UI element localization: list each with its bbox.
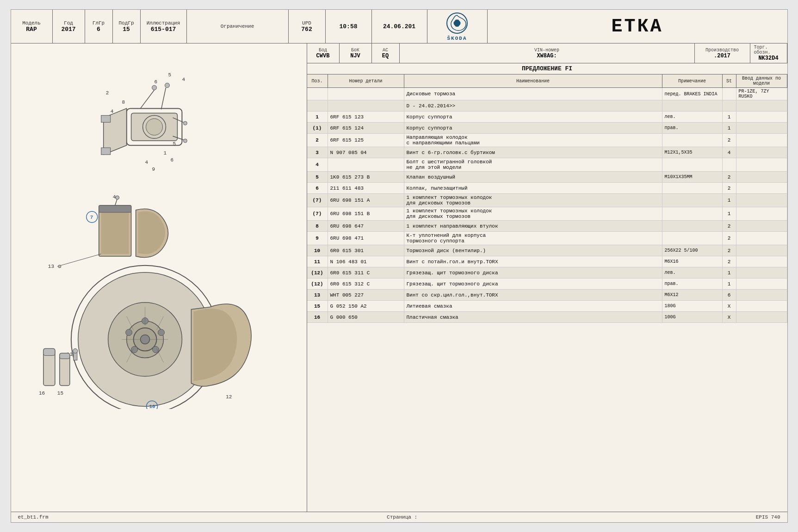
td-name: Литиевая смазка: [404, 301, 662, 311]
td-vvod: [736, 290, 787, 300]
svg-text:13: 13: [48, 264, 54, 269]
td-vvod: [736, 183, 787, 193]
td-vvod: [736, 301, 787, 311]
td-prim: прав.: [662, 278, 723, 289]
td-st: 2: [723, 172, 736, 182]
svg-text:1: 1: [163, 150, 167, 156]
table-row[interactable]: 15G 052 150 A2Литиевая смазка180GX: [307, 301, 787, 312]
torg-cell: Торг. обозн. NK32D4: [750, 43, 787, 63]
svg-rect-18: [101, 148, 110, 155]
svg-line-19: [140, 90, 154, 108]
svg-point-43: [140, 335, 149, 344]
td-pos: 3: [307, 147, 328, 158]
td-num: 211 611 483: [328, 183, 404, 193]
illustration-panel: 6 5 4 2 8 4 3 5 1 6 4 9: [11, 43, 307, 512]
table-row[interactable]: 86RU 698 6471 комплект направляющих втул…: [307, 221, 787, 232]
footer-right: EPIS 740: [756, 514, 780, 520]
th-prim-label: Примечание: [678, 79, 706, 84]
td-pos: 8: [307, 221, 328, 231]
svg-line-36: [57, 254, 101, 266]
table-row[interactable]: 96RU 698 471К-т уплотнений для корпусато…: [307, 232, 787, 245]
td-vvod: [736, 278, 787, 289]
table-row[interactable]: 16G 000 650Пластичная смазка100GX: [307, 312, 787, 323]
bod-cell: Бод CWVB: [307, 43, 340, 63]
bok-label: БоК: [351, 48, 359, 53]
table-row[interactable]: (7)6RU 698 151 A1 комплект тормозных кол…: [307, 194, 787, 207]
footer-left: et_bt1.frm: [18, 514, 49, 520]
year-cell: Год 2017: [53, 10, 85, 43]
th-st-label: St: [726, 79, 732, 84]
th-vvod-label: Ввод данных по модели: [739, 76, 785, 86]
table-row[interactable]: 4Болт с шестигранной головкойне для этой…: [307, 158, 787, 172]
svg-text:2: 2: [105, 90, 109, 96]
skoda-text: ŠKODA: [447, 36, 467, 41]
td-name: Винт с 6-гр.головк.с буртиком: [404, 147, 662, 158]
td-num: 6RU 698 471: [328, 232, 404, 245]
td-prim: M12X1,5X35: [662, 147, 723, 158]
bok-value: NJV: [350, 53, 360, 59]
td-st: X: [723, 301, 736, 311]
table-row[interactable]: 13WHT 005 227Винт со скр.цил.гол.,внут.T…: [307, 290, 787, 301]
td-name: Болт с шестигранной головкойне для этой …: [404, 158, 662, 171]
svg-text:4: 4: [182, 77, 185, 82]
table-row[interactable]: (12)6R0 615 311 CГрязезащ. щит тормозног…: [307, 267, 787, 278]
time-cell: 10:58: [326, 10, 372, 43]
table-row[interactable]: 3N 907 085 04Винт с 6-гр.головк.с буртик…: [307, 147, 787, 158]
td-name: Дисковые тормоза: [404, 88, 662, 100]
td-st: 1: [723, 111, 736, 122]
td-num: N 907 085 04: [328, 147, 404, 158]
td-pos: [307, 100, 328, 111]
table-row[interactable]: 6211 611 483Колпак, пылезащитный2: [307, 183, 787, 194]
etka-title-cell: ЕТКА: [488, 10, 787, 43]
table-row[interactable]: (12)6R0 615 312 CГрязезащ. щит тормозног…: [307, 278, 787, 290]
td-prim: лев.: [662, 267, 723, 278]
td-st: 2: [723, 183, 736, 193]
td-vvod: [736, 123, 787, 133]
svg-point-45: [158, 329, 164, 336]
illus-value: 615-017: [151, 26, 176, 33]
td-num: [328, 88, 404, 100]
td-pos: (7): [307, 207, 328, 220]
proposal-text: ПРЕДЛОЖЕНИЕ FI: [522, 65, 572, 72]
table-row[interactable]: 11N 106 483 01Винт с потайн.гол.и внутр.…: [307, 256, 787, 267]
svg-rect-31: [101, 208, 129, 254]
main-content: 6 5 4 2 8 4 3 5 1 6 4 9: [11, 43, 787, 512]
ogr-cell: Ограничение: [187, 10, 289, 43]
etka-title: ЕТКА: [611, 16, 663, 37]
footer: et_bt1.frm Страница : EPIS 740: [11, 512, 787, 522]
table-row[interactable]: Дисковые тормозаперед. BRAKES INDIAPR-1Z…: [307, 88, 787, 100]
table-row[interactable]: 16RF 615 123Корпус суппорталев.1: [307, 111, 787, 123]
table-row[interactable]: D - 24.02.2014>>: [307, 100, 787, 111]
td-st: 1: [723, 207, 736, 220]
table-row[interactable]: 51K0 615 273 BКлапан воздушныйM10X1X35MM…: [307, 172, 787, 183]
td-st: 2: [723, 232, 736, 245]
table-row[interactable]: (7)6RU 698 151 B1 комплект тормозных кол…: [307, 207, 787, 221]
prod-value: .2017: [714, 53, 730, 59]
td-name: Корпус суппорта: [404, 111, 662, 122]
illus-cell: Иллюстрация 615-017: [141, 10, 187, 43]
th-vvod: Ввод данных по модели: [736, 74, 787, 87]
logo-cell: ŠKODA: [427, 10, 488, 43]
table-row[interactable]: 106R0 615 301Тормозной диск (вентилир.)2…: [307, 245, 787, 256]
td-st: 1: [723, 278, 736, 289]
td-vvod: [736, 100, 787, 111]
year-value: 2017: [61, 26, 75, 33]
vin-row: Бод CWVB БоК NJV АС EQ VIN-номер XW8AG: …: [307, 43, 787, 63]
skoda-logo: ŠKODA: [445, 12, 469, 41]
upd-cell: UPD 762: [289, 10, 326, 43]
ac-value: EQ: [382, 53, 389, 59]
td-num: WHT 005 227: [328, 290, 404, 300]
td-pos: 10: [307, 245, 328, 256]
table-row[interactable]: (1)6RF 615 124Корпус суппортаправ.1: [307, 123, 787, 134]
td-name: Клапан воздушный: [404, 172, 662, 182]
th-num: Номер детали: [328, 74, 404, 87]
date-value: 24.06.201: [383, 23, 415, 30]
td-name: К-т уплотнений для корпусатормозного суп…: [404, 232, 662, 245]
td-pos: [307, 88, 328, 100]
svg-point-34: [115, 196, 119, 199]
td-vvod: [736, 221, 787, 231]
td-num: 6R0 615 312 C: [328, 278, 404, 289]
table-row[interactable]: 26RF 615 125Направляющая колодокс направ…: [307, 134, 787, 147]
glgr-cell: ГлГр 6: [85, 10, 113, 43]
th-st: St: [723, 74, 736, 87]
